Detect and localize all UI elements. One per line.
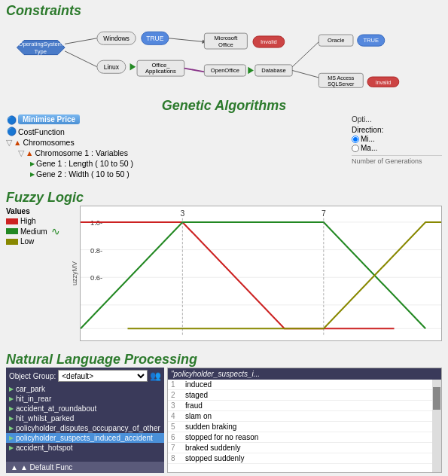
item-num: 4 xyxy=(171,412,183,420)
nlp-items-list: ▶car_park ▶hit_in_rear ▶accident_at_roun… xyxy=(6,384,164,462)
high-color xyxy=(6,218,18,224)
right-item-5: 5sudden braking xyxy=(168,422,432,432)
svg-text:Linux: Linux xyxy=(104,63,120,71)
svg-text:MS Access: MS Access xyxy=(328,75,355,81)
right-item-7: 7braked suddenly xyxy=(168,443,432,453)
list-item-selected[interactable]: ▶policyholder_suspects_induced_accident xyxy=(6,433,164,443)
list-item[interactable]: ▶car_park xyxy=(6,384,164,394)
play-icon: ▶ xyxy=(9,444,14,451)
svg-text:Invalid: Invalid xyxy=(376,80,392,86)
svg-text:Microsoft: Microsoft xyxy=(214,35,238,41)
svg-text:Applications: Applications xyxy=(145,68,176,75)
y-axis-label: uzzyMV xyxy=(71,261,78,285)
nlp-right-panel: "policyholder_suspects_i... 1induced 2st… xyxy=(167,368,442,473)
expand-icon[interactable]: ▽ xyxy=(6,138,12,147)
svg-marker-17 xyxy=(130,63,136,71)
min-radio[interactable] xyxy=(352,136,359,143)
play-icon2: ▶ xyxy=(30,171,35,178)
svg-text:0.6-: 0.6- xyxy=(90,273,102,282)
minimise-price-btn[interactable]: Minimise Price xyxy=(18,114,80,124)
max-label: Ma... xyxy=(361,144,377,152)
gene1-label: Gene 1 : Length ( 10 to 50 ) xyxy=(36,159,133,168)
legend-medium: Medium ∿ xyxy=(6,226,66,236)
genetic-right: Opti... Direction: Mi... Ma... Number of… xyxy=(352,114,442,179)
list-item[interactable]: ▶hit_whilst_parked xyxy=(6,413,164,423)
nlp-right-header: "policyholder_suspects_i... xyxy=(168,368,441,380)
scrollbar[interactable] xyxy=(432,380,441,472)
cursor-icon: 🔵 xyxy=(6,115,17,125)
legend-high: High xyxy=(6,217,66,225)
cost-function-label: CostFunction xyxy=(18,127,65,136)
medium-label: Medium xyxy=(20,227,47,236)
svg-line-9 xyxy=(169,38,205,42)
fuzzy-body: Values High Medium ∿ Low uzzyMV xyxy=(6,206,442,341)
triangle-icon: ▲ xyxy=(14,138,21,147)
svg-text:Invalid: Invalid xyxy=(261,38,277,45)
play-icon: ▶ xyxy=(9,386,14,392)
svg-text:SQLServer: SQLServer xyxy=(328,81,355,87)
genetic-body: 🔵 Minimise Price 🔵 CostFunction ▽ ▲ Chro… xyxy=(6,114,442,179)
num-gen-label: Number of Generations xyxy=(352,155,442,165)
list-item[interactable]: ▶hit_in_rear xyxy=(6,394,164,404)
right-item-4: 4slam on xyxy=(168,411,432,422)
item-num: 5 xyxy=(171,423,183,431)
gene2-label: Gene 2 : Width ( 10 to 50 ) xyxy=(36,169,130,178)
svg-marker-24 xyxy=(248,67,254,75)
svg-text:7: 7 xyxy=(322,209,326,218)
medium-wave-icon: ∿ xyxy=(51,226,60,236)
item-num: 2 xyxy=(171,391,183,399)
fuzzy-section: Fuzzy Logic Values High Medium ∿ Low uzz… xyxy=(0,188,448,350)
expand-icon2[interactable]: ▽ xyxy=(18,148,24,157)
nlp-section: Natural Language Processing Object Group… xyxy=(0,350,448,476)
svg-text:TRUE: TRUE xyxy=(146,35,164,42)
list-item[interactable]: ▶accident_hotspot xyxy=(6,443,164,453)
fuzzy-title: Fuzzy Logic xyxy=(6,190,442,206)
right-item-8: 8stopped suddenly xyxy=(168,453,432,464)
scroll-thumb[interactable] xyxy=(433,387,440,410)
item-num: 7 xyxy=(171,444,183,452)
min-label: Mi... xyxy=(361,135,375,143)
nlp-right-list: 1induced 2staged 3fraud 4slam on 5sudden… xyxy=(168,380,432,472)
search-icon-btn[interactable]: 👥 xyxy=(150,371,161,381)
right-item-3: 3fraud xyxy=(168,401,432,411)
nlp-body: Object Group: <default> 👥 ▶car_park ▶hit… xyxy=(6,368,442,473)
svg-line-21 xyxy=(184,69,205,72)
chromosomes-item: ▽ ▲ Chromosomes xyxy=(6,137,349,148)
direction-label: Direction: xyxy=(352,126,442,134)
play-icon: ▶ xyxy=(9,435,14,441)
list-item[interactable]: ▶policyholder_disputes_occupancy_of_othe… xyxy=(6,423,164,433)
fuzzy-chart-container: uzzyMV 3 7 1.0- 0.8- 0.6- xyxy=(69,206,442,341)
object-group-select[interactable]: <default> xyxy=(58,370,148,382)
chromosome1-label: Chromosome 1 : Variables xyxy=(35,148,128,157)
constraints-diagram: OperatingSystem Type Windows TRUE Micros… xyxy=(6,20,442,92)
list-item[interactable]: ▶accident_at_roundabout xyxy=(6,404,164,413)
right-item-2: 2staged xyxy=(168,390,432,401)
max-radio-row: Ma... xyxy=(352,144,442,152)
fuzzy-chart-svg: 3 7 1.0- 0.8- 0.6- xyxy=(81,206,441,340)
medium-color xyxy=(6,228,18,234)
genetic-section: Genetic Algorithms 🔵 Minimise Price 🔵 Co… xyxy=(0,98,448,188)
chromosome1-item: ▽ ▲ Chromosome 1 : Variables xyxy=(6,148,349,158)
svg-line-28 xyxy=(292,71,318,78)
minimise-price-item: 🔵 Minimise Price xyxy=(6,114,349,126)
play-icon: ▶ xyxy=(30,160,35,167)
nlp-right-content: 1induced 2staged 3fraud 4slam on 5sudden… xyxy=(168,380,441,472)
svg-line-4 xyxy=(65,51,97,67)
genetic-tree: 🔵 Minimise Price 🔵 CostFunction ▽ ▲ Chro… xyxy=(6,114,349,179)
high-label: High xyxy=(20,217,36,225)
svg-line-3 xyxy=(65,38,97,44)
cost-icon: 🔵 xyxy=(6,127,17,136)
default-func-btn[interactable]: ▲ ▲ Default Func xyxy=(6,462,164,473)
genetic-title: Genetic Algorithms xyxy=(6,98,442,114)
right-item-1: 1induced xyxy=(168,380,432,390)
svg-text:TRUE: TRUE xyxy=(363,37,379,44)
low-label: Low xyxy=(20,237,34,246)
low-color xyxy=(6,239,18,245)
item-num: 1 xyxy=(171,380,183,389)
right-item-6: 6stopped for no reason xyxy=(168,432,432,443)
svg-text:0.8-: 0.8- xyxy=(90,246,102,255)
min-radio-row: Mi... xyxy=(352,135,442,143)
default-func-label: ▲ Default Func xyxy=(20,463,72,471)
max-radio[interactable] xyxy=(352,145,359,152)
svg-text:3: 3 xyxy=(180,209,184,218)
